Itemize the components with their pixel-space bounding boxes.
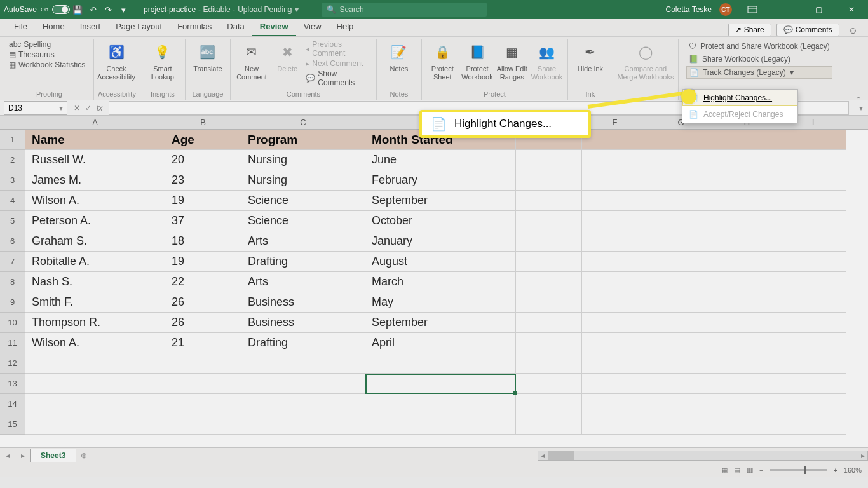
protect-workbook-button[interactable]: 📘Protect Workbook [461,39,494,81]
cell[interactable] [648,252,714,272]
cell[interactable]: Drafting [241,333,365,353]
smart-lookup-button[interactable]: 💡Smart Lookup [144,39,181,81]
row-header[interactable]: 2 [0,150,25,170]
cell[interactable]: Peterson A. [25,211,165,231]
cell[interactable] [714,191,780,211]
cell[interactable] [516,231,582,252]
cell[interactable] [516,211,582,231]
cell[interactable] [648,211,714,231]
cell[interactable] [714,231,780,252]
cell[interactable] [780,272,846,292]
cell[interactable]: May [365,292,516,313]
qat-dropdown[interactable]: ▾ [116,2,131,17]
cell[interactable] [241,353,365,374]
cell[interactable] [165,394,241,414]
protect-sheet-button[interactable]: 🔒Protect Sheet [426,39,459,81]
cell[interactable]: Robitalle A. [25,252,165,272]
row-header[interactable]: 8 [0,272,25,292]
cell-header[interactable] [648,130,714,150]
cell[interactable] [648,191,714,211]
show-comments-button[interactable]: 💬Show Comments [306,69,372,87]
cell[interactable] [780,211,846,231]
cell[interactable]: Wilson A. [25,333,165,353]
cell[interactable] [648,231,714,252]
cell[interactable] [365,374,516,394]
cell[interactable] [648,170,714,191]
row-header[interactable]: 7 [0,252,25,272]
cell[interactable]: Drafting [241,252,365,272]
cell[interactable] [516,414,582,435]
row-header[interactable]: 13 [0,374,25,394]
new-comment-button[interactable]: ✉New Comment [234,39,269,81]
worksheet-grid[interactable]: 1NameAgeProgramMonth Started2Russell W.2… [0,130,868,447]
cell-header[interactable]: Age [165,130,241,150]
col-header-B[interactable]: B [165,116,241,129]
protect-share-legacy-button[interactable]: 🛡Protect and Share Workbook (Legacy) [686,41,832,52]
cell[interactable] [165,414,241,435]
user-avatar[interactable]: CT [719,3,732,16]
cell[interactable]: Science [241,191,365,211]
cell[interactable] [780,292,846,313]
cell[interactable] [714,353,780,374]
tab-home[interactable]: Home [35,18,72,36]
cell[interactable] [241,414,365,435]
cell[interactable]: Nursing [241,150,365,170]
stats-button[interactable]: ▦Workbook Statistics [9,60,85,69]
cell[interactable] [516,252,582,272]
cell[interactable]: 22 [165,272,241,292]
cell-header[interactable]: Name [25,130,165,150]
cell[interactable] [648,333,714,353]
cell[interactable] [25,353,165,374]
cell[interactable]: September [365,191,516,211]
cell[interactable]: 21 [165,333,241,353]
cell[interactable]: March [365,272,516,292]
cell[interactable] [516,313,582,333]
confirm-fx-button[interactable]: ✓ [85,104,92,112]
cell[interactable] [780,231,846,252]
cell[interactable] [365,353,516,374]
row-header[interactable]: 4 [0,191,25,211]
cell-header[interactable] [714,130,780,150]
cell[interactable]: 37 [165,211,241,231]
cell[interactable] [648,353,714,374]
cell[interactable]: Nursing [241,170,365,191]
share-workbook-legacy-button[interactable]: 📗Share Workbook (Legacy) [686,53,832,65]
cell[interactable] [648,292,714,313]
cell[interactable] [714,292,780,313]
row-header[interactable]: 14 [0,394,25,414]
cell-header[interactable]: Program [241,130,365,150]
cell[interactable] [714,272,780,292]
notes-button[interactable]: 📝Notes [381,39,417,73]
horizontal-scrollbar[interactable]: ◂▸ [538,451,868,461]
cell[interactable] [780,252,846,272]
cell[interactable] [516,272,582,292]
cell[interactable] [780,313,846,333]
cell[interactable]: Science [241,211,365,231]
cell[interactable] [241,394,365,414]
expand-fx-button[interactable]: ▾ [859,104,863,112]
cell[interactable]: Graham S. [25,231,165,252]
cell[interactable] [516,333,582,353]
cell[interactable] [714,333,780,353]
cell[interactable] [25,394,165,414]
cell[interactable]: Russell W. [25,150,165,170]
autosave-toggle[interactable]: AutoSave On [4,5,70,14]
cell[interactable] [582,272,648,292]
cell[interactable] [714,394,780,414]
cell[interactable]: 18 [165,231,241,252]
cell[interactable]: Business [241,292,365,313]
col-header-C[interactable]: C [241,116,365,129]
cell[interactable] [365,414,516,435]
col-header-A[interactable]: A [25,116,165,129]
cell[interactable] [516,374,582,394]
user-name[interactable]: Coletta Teske [666,5,712,14]
row-header[interactable]: 3 [0,170,25,191]
cell[interactable] [582,394,648,414]
upload-status[interactable]: Upload Pending [238,5,292,14]
cell[interactable] [582,414,648,435]
cancel-fx-button[interactable]: ✕ [74,104,80,112]
cell[interactable] [516,394,582,414]
comments-button[interactable]: 💬Comments [776,24,839,36]
view-break-icon[interactable]: ▥ [747,466,753,474]
view-normal-icon[interactable]: ▦ [721,466,728,474]
